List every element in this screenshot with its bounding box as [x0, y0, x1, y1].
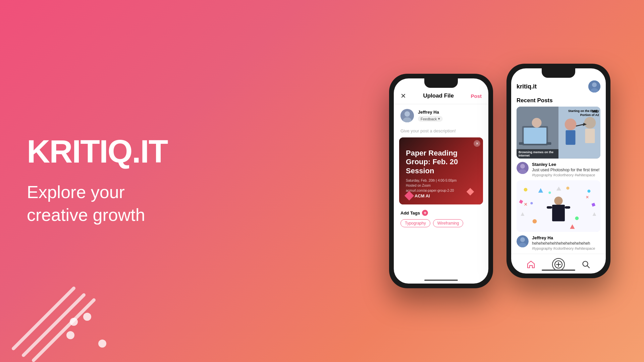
acm-banner: ✕ Paper Reading Group: Feb. 20 Session S… [399, 137, 483, 204]
user-info: Jeffrey Ha Feedback ▾ [418, 110, 443, 122]
phone-screen-right: kritiq.it Recent Posts [511, 68, 606, 274]
phone-screen-left: ✕ Upload File Post Jeffrey Ha [394, 78, 488, 284]
svg-point-50 [520, 237, 525, 242]
post-username-1: Stanley Lee [532, 162, 600, 167]
add-post-button[interactable] [552, 258, 565, 271]
phone-notch-right [542, 68, 575, 78]
phone-notch-left [424, 78, 458, 88]
description-area[interactable]: Give your post a description! [394, 127, 488, 137]
svg-line-56 [587, 266, 589, 268]
post-username-2: Jeffrey Ha [532, 235, 600, 240]
meme-right: ME Starting on the Essay Portion of A2 [558, 107, 600, 159]
svg-rect-22 [585, 129, 595, 143]
post-tags-2: #typography #colortheory #whitespace [532, 246, 600, 250]
close-button[interactable]: ✕ [400, 92, 406, 100]
svg-point-44 [530, 202, 533, 204]
meme-right-text: Starting on the Essay Portion of A2 [558, 109, 599, 117]
svg-point-29 [524, 188, 528, 191]
acm-logo: ACM AI [406, 192, 430, 199]
home-bar-left [424, 280, 458, 281]
post-card-2: Jeffrey Ha hehehehehehheheheheheheheh #t… [511, 232, 606, 254]
left-section: KRITIQ.IT Explore your creative growth [0, 0, 201, 362]
post-content-2: Jeffrey Ha hehehehehehheheheheheheheh #t… [532, 235, 600, 250]
brand-title: KRITIQ.IT [27, 135, 174, 168]
svg-text:×: × [586, 194, 589, 199]
upload-header: ✕ Upload File Post [394, 92, 488, 104]
feed-logo: kritiq.it [517, 83, 537, 90]
upload-title: Upload File [423, 93, 454, 99]
acm-title: Paper Reading Group: Feb. 20 Session [406, 149, 476, 175]
svg-rect-46 [552, 204, 565, 221]
phone-left: ✕ Upload File Post Jeffrey Ha [389, 74, 493, 288]
svg-rect-16 [524, 128, 546, 144]
feedback-badge[interactable]: Feedback ▾ [418, 116, 443, 122]
svg-point-32 [575, 216, 579, 220]
svg-point-19 [565, 119, 577, 130]
svg-point-43 [566, 186, 569, 189]
post-avatar-2 [517, 235, 529, 247]
post-card-1: Stanley Lee Just used Photoshop for the … [511, 159, 606, 180]
svg-point-30 [587, 189, 590, 192]
feed-avatar[interactable] [588, 80, 600, 93]
upload-user-row: Jeffrey Ha Feedback ▾ [394, 104, 488, 127]
acm-subtitle: Saturday, Feb. 20th | 4:00-5:00pm Hosted… [406, 178, 476, 193]
confetti-background: × × [517, 180, 600, 232]
phones-container: ✕ Upload File Post Jeffrey Ha [389, 74, 610, 288]
second-image: × × [517, 180, 600, 232]
uploaded-image: ✕ Paper Reading Group: Feb. 20 Session S… [399, 137, 483, 204]
brand-tagline: Explore your creative growth [27, 181, 174, 226]
svg-point-26 [520, 164, 525, 169]
tag-wireframing[interactable]: Wireframing [433, 219, 464, 227]
svg-point-31 [533, 219, 537, 223]
image-close[interactable]: ✕ [474, 140, 480, 147]
feed-header: kritiq.it [511, 80, 606, 96]
post-text-1: Just used Photoshop for the first time! [532, 168, 600, 172]
recent-posts-title: Recent Posts [511, 96, 606, 107]
search-nav-button[interactable] [581, 259, 591, 270]
add-tags-section: Add Tags + Typography Wireframing [394, 204, 488, 230]
feed-screen: kritiq.it Recent Posts [511, 68, 606, 274]
svg-text:×: × [524, 201, 527, 207]
svg-rect-47 [547, 206, 552, 208]
tags-row: Typography Wireframing [400, 219, 482, 227]
svg-rect-48 [565, 206, 570, 208]
meme-left: Browsing memes on the Internet [517, 107, 558, 159]
upload-screen: ✕ Upload File Post Jeffrey Ha [394, 78, 488, 284]
home-bar-right [542, 269, 575, 271]
add-tag-button[interactable]: + [422, 210, 428, 216]
post-avatar-1 [517, 162, 529, 174]
svg-point-11 [592, 82, 597, 87]
post-content-1: Stanley Lee Just used Photoshop for the … [532, 162, 600, 177]
post-text-2: hehehehehehheheheheheheheh [532, 241, 600, 246]
svg-point-45 [554, 196, 562, 205]
user-name: Jeffrey Ha [418, 110, 443, 115]
meme-collage: Browsing memes on the Internet [517, 107, 600, 159]
svg-rect-20 [566, 130, 575, 144]
post-button[interactable]: Post [471, 93, 482, 99]
home-nav-button[interactable] [526, 259, 536, 270]
svg-point-8 [405, 111, 410, 117]
add-tags-label: Add Tags + [400, 210, 482, 216]
post-tags-1: #typography #colortheory #whitespace [532, 173, 600, 177]
svg-point-21 [584, 117, 596, 129]
meme-left-text: Browsing memes on the Internet [517, 149, 558, 159]
tag-typography[interactable]: Typography [400, 219, 430, 227]
svg-point-42 [548, 191, 551, 194]
phone-right: kritiq.it Recent Posts [506, 64, 610, 278]
acm-diamond-icon [405, 191, 414, 200]
avatar-left [400, 109, 414, 122]
svg-point-17 [532, 118, 542, 128]
